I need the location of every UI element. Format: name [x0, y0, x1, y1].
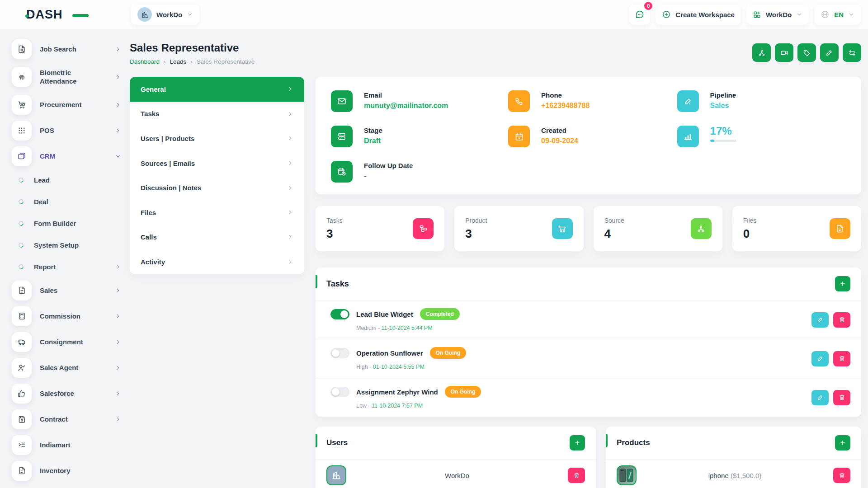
info-label: Created [541, 126, 578, 134]
sidebar-item-label: Sales Agent [40, 363, 97, 372]
status-circle-icon [18, 176, 24, 183]
main-content: Sales Representative Dashboard › Leads ›… [130, 42, 861, 488]
sidebar-item-crm[interactable]: CRM [12, 143, 125, 169]
menu-item-label: General [141, 85, 166, 93]
stat-label: Tasks [326, 217, 343, 224]
menu-item-activity[interactable]: Activity [130, 249, 304, 274]
page-title: Sales Representative [130, 42, 861, 54]
workdo-menu[interactable]: WorkDo [746, 4, 809, 25]
messages-button[interactable]: 0 [629, 4, 650, 25]
video-call-button[interactable] [775, 43, 793, 62]
edit-task-button[interactable] [811, 312, 829, 328]
menu-item-calls[interactable]: Calls [130, 225, 304, 250]
fingerprint-icon [12, 67, 32, 87]
tasks-title: Tasks [326, 279, 349, 289]
globe-icon [821, 10, 830, 19]
sidebar-subitem-deal[interactable]: Deal [12, 191, 125, 212]
calendar-icon [508, 126, 530, 147]
status-circle-icon [18, 198, 24, 205]
delete-task-button[interactable] [833, 351, 850, 366]
menu-item-files[interactable]: Files [130, 200, 304, 225]
info-label: Pipeline [710, 90, 736, 99]
menu-item-users-products[interactable]: Users | Products [130, 126, 304, 151]
delete-product-button[interactable] [833, 468, 850, 483]
breadcrumb-separator: › [190, 58, 193, 65]
sidebar-item-label: Contract [40, 415, 97, 424]
create-workspace-button[interactable]: Create Workspace [656, 4, 741, 25]
sidebar-subitem-label: Deal [34, 198, 48, 206]
menu-item-discussion-notes[interactable]: Discussion | Notes [130, 175, 304, 200]
app-logo: DASH [26, 8, 80, 22]
create-workspace-label: Create Workspace [675, 11, 735, 19]
workspace-switcher[interactable]: WorkDo [131, 4, 199, 25]
menu-item-general[interactable]: General [130, 77, 304, 102]
language-selector[interactable]: EN [814, 4, 861, 25]
calculator-icon [12, 306, 32, 326]
labels-button[interactable] [752, 43, 771, 62]
info-phone: Phone +16239488788 [508, 90, 677, 112]
workspace-avatar-building-icon [137, 7, 152, 22]
task-datetime: 11-10-2024 5:44 PM [382, 325, 433, 331]
sidebar-item-label: Inventory [40, 466, 97, 475]
sidebar: Job Search Biometric Attendance Procurem… [12, 36, 125, 483]
sidebar-item-pos[interactable]: POS [12, 117, 125, 143]
sidebar-subitem-label: Form Builder [34, 220, 76, 227]
sidebar-item-commission[interactable]: Commission [12, 303, 125, 329]
menu-item-tasks[interactable]: Tasks [130, 102, 304, 127]
sidebar-item-job-search[interactable]: Job Search [12, 36, 125, 62]
delete-task-button[interactable] [833, 390, 850, 405]
sidebar-item-sales[interactable]: Sales [12, 277, 125, 303]
task-complete-toggle[interactable] [330, 309, 349, 319]
task-priority: Low - [356, 403, 370, 409]
sidebar-item-biometric-attendance[interactable]: Biometric Attendance [12, 62, 125, 92]
task-complete-toggle[interactable] [330, 348, 349, 358]
tasks-section: Tasks Lead Blue Widget Completed Medium … [316, 267, 861, 417]
task-status-badge: Completed [420, 308, 460, 320]
sidebar-item-consignment[interactable]: Consignment [12, 329, 125, 355]
task-row: Lead Blue Widget Completed Medium - 11-1… [316, 300, 861, 339]
phone-icon [508, 90, 530, 112]
add-task-button[interactable] [835, 276, 850, 291]
sidebar-item-inventory[interactable]: Inventory [12, 458, 125, 483]
stat-card-tasks: Tasks 3 [316, 206, 444, 251]
stat-label: Files [743, 217, 757, 224]
add-product-button[interactable] [835, 435, 850, 450]
sidebar-subitem-lead[interactable]: Lead [12, 169, 125, 191]
sidebar-item-contract[interactable]: Contract [12, 406, 125, 432]
task-datetime: 11-10-2024 7:57 PM [372, 403, 423, 409]
edit-lead-button[interactable] [820, 43, 839, 62]
convert-to-deal-button[interactable] [843, 43, 861, 62]
info-value-stage: Draft [364, 137, 382, 145]
calendar-clock-icon [331, 161, 353, 183]
edit-task-button[interactable] [811, 390, 829, 405]
task-complete-toggle[interactable] [330, 387, 349, 397]
sidebar-subitem-label: Report [34, 263, 56, 271]
card-swap-icon [12, 146, 32, 166]
sidebar-item-salesforce[interactable]: Salesforce [12, 380, 125, 406]
chevron-right-icon [115, 365, 121, 371]
breadcrumb-current: Sales Representative [197, 58, 255, 65]
sidebar-item-indiamart[interactable]: Indiamart [12, 432, 125, 458]
menu-item-sources-emails[interactable]: Sources | Emails [130, 151, 304, 176]
progress-percent: 17% [710, 126, 736, 136]
stat-label: Source [604, 217, 624, 224]
sidebar-item-sales-agent[interactable]: Sales Agent [12, 355, 125, 380]
sidebar-subitem-form-builder[interactable]: Form Builder [12, 212, 125, 234]
delete-user-button[interactable] [568, 468, 585, 483]
breadcrumb-leads[interactable]: Leads [170, 58, 187, 65]
lead-detail-menu: General Tasks Users | Products Sources |… [130, 77, 304, 274]
delete-task-button[interactable] [833, 312, 850, 328]
add-user-button[interactable] [570, 435, 585, 450]
bar-chart-icon [677, 126, 699, 147]
edit-task-button[interactable] [811, 351, 829, 366]
task-status-badge: On Going [430, 347, 467, 359]
sidebar-item-procurement[interactable]: Procurement [12, 92, 125, 117]
chevron-right-icon [115, 102, 121, 108]
sidebar-subitem-system-setup[interactable]: System Setup [12, 234, 125, 256]
sidebar-subitem-report[interactable]: Report [12, 256, 125, 277]
info-follow-up-date: Follow Up Date - [331, 161, 508, 183]
menu-item-label: Sources | Emails [141, 160, 195, 167]
breadcrumb-dashboard[interactable]: Dashboard [130, 58, 160, 65]
menu-item-label: Activity [141, 258, 165, 266]
tag-button[interactable] [797, 43, 816, 62]
